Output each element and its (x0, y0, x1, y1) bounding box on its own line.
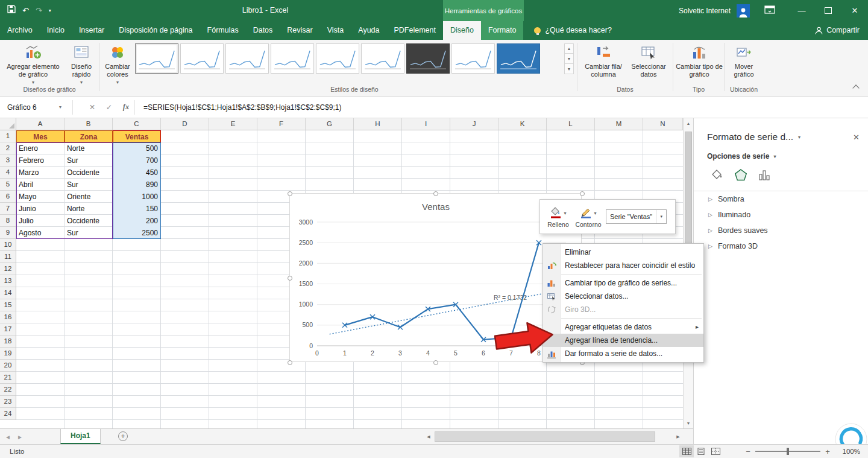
insert-function-icon[interactable]: fx (118, 103, 134, 112)
row-header-13[interactable]: 13 (0, 275, 16, 287)
pane-section-sombra[interactable]: ▷Sombra (694, 191, 868, 207)
tell-me-box[interactable]: ¿Qué desea hacer? (534, 21, 612, 40)
menu-item-cambiar-tipo-de-grafico-de-series[interactable]: Cambiar tipo de gráfico de series... (543, 276, 703, 290)
chart-element-selector[interactable]: Serie "Ventas" ▾ (606, 209, 667, 224)
avatar[interactable] (737, 4, 750, 17)
ribbon-display-options-icon[interactable] (764, 5, 775, 16)
cell-zona-5[interactable]: Sur (64, 179, 113, 191)
cell-zona-2[interactable]: Norte (64, 142, 113, 154)
chart-style-thumb-1[interactable] (135, 43, 178, 74)
menu-item-agregar-etiquetas-de-datos[interactable]: Agregar etiquetas de datos▸ (543, 320, 703, 334)
ribbon-tab-revisar[interactable]: Revisar (280, 21, 319, 40)
cell-ventas-3[interactable]: 700 (113, 154, 161, 167)
row-header-15[interactable]: 15 (0, 299, 16, 311)
account-name[interactable]: Solvetic Internet (679, 7, 731, 15)
ribbon-tab-formato[interactable]: Formato (481, 21, 524, 40)
cell-mes-8[interactable]: Julio (16, 215, 64, 227)
chevron-down-icon[interactable]: ▾ (656, 210, 666, 223)
sheet-nav-left-icon[interactable]: ◂ (6, 433, 10, 441)
column-header-d[interactable]: D (161, 118, 209, 130)
close-button[interactable]: ✕ (841, 0, 868, 21)
column-header-g[interactable]: G (306, 118, 354, 130)
column-header-j[interactable]: J (450, 118, 498, 130)
chart-style-thumb-8[interactable] (451, 43, 495, 74)
ribbon-tab-disposicion-de-pagina[interactable]: Disposición de página (112, 21, 200, 40)
fill-line-tab-icon[interactable] (711, 168, 724, 183)
effects-tab-icon[interactable] (734, 168, 747, 183)
row-header-4[interactable]: 4 (0, 167, 16, 179)
switch-row-column-button[interactable]: Cambiar fila/ columna (580, 42, 626, 78)
row-header-24[interactable]: 24 (0, 408, 16, 420)
table-header-mes[interactable]: Mes (16, 130, 64, 142)
zoom-level[interactable]: 100% (832, 445, 868, 458)
cancel-icon[interactable]: ✕ (84, 103, 101, 112)
table-header-ventas[interactable]: Ventas (113, 130, 161, 142)
scroll-down-icon[interactable]: ▼ (684, 418, 693, 428)
menu-item-dar-formato-a-serie-de-datos[interactable]: Dar formato a serie de datos... (543, 347, 703, 360)
minimize-button[interactable]: — (788, 0, 815, 21)
table-header-zona[interactable]: Zona (64, 130, 113, 142)
ribbon-tab-datos[interactable]: Datos (246, 21, 280, 40)
cell-mes-5[interactable]: Abril (16, 179, 64, 191)
enter-icon[interactable]: ✓ (101, 103, 118, 112)
save-icon[interactable] (7, 0, 16, 21)
chart-style-thumb-4[interactable] (271, 43, 314, 74)
cell-ventas-8[interactable]: 200 (113, 215, 161, 227)
row-header-7[interactable]: 7 (0, 203, 16, 215)
column-header-e[interactable]: E (209, 118, 257, 130)
formula-input[interactable]: =SERIES(Hoja1!$C$1;Hoja1!$A$2:$B$9;Hoja1… (143, 103, 342, 112)
cell-zona-3[interactable]: Sur (64, 154, 113, 167)
undo-icon[interactable]: ↶ (22, 0, 29, 21)
cell-zona-4[interactable]: Occidente (64, 167, 113, 179)
pane-section-iluminado[interactable]: ▷Iluminado (694, 207, 868, 223)
fill-button[interactable]: ▾ Relleno (543, 205, 573, 228)
menu-item-seleccionar-datos[interactable]: Seleccionar datos... (543, 290, 703, 303)
column-header-i[interactable]: I (402, 118, 450, 130)
cell-ventas-9[interactable]: 2500 (113, 227, 161, 239)
chart-style-thumb-3[interactable] (225, 43, 269, 74)
name-box-dropdown-icon[interactable]: ▾ (59, 104, 72, 110)
pane-close-icon[interactable]: ✕ (853, 133, 860, 142)
quick-layout-button[interactable]: Diseño rápido ▾ (65, 42, 98, 86)
column-header-a[interactable]: A (16, 118, 64, 130)
row-header-21[interactable]: 21 (0, 372, 16, 384)
change-chart-type-button[interactable]: Cambiar tipo de gráfico (676, 42, 723, 78)
add-chart-element-button[interactable]: Agregar elemento de gráfico ▾ (2, 42, 64, 86)
cell-zona-6[interactable]: Oriente (64, 191, 113, 203)
cell-mes-2[interactable]: Enero (16, 142, 64, 154)
column-header-l[interactable]: L (547, 118, 595, 130)
cell-ventas-4[interactable]: 450 (113, 167, 161, 179)
cell-ventas-5[interactable]: 890 (113, 179, 161, 191)
row-header-11[interactable]: 11 (0, 251, 16, 263)
row-header-20[interactable]: 20 (0, 360, 16, 372)
gallery-down-icon[interactable]: ▼ (564, 54, 574, 64)
row-header-8[interactable]: 8 (0, 215, 16, 227)
row-header-3[interactable]: 3 (0, 154, 16, 167)
share-button[interactable]: Compartir (815, 21, 860, 40)
pane-title-dropdown-icon[interactable]: ▾ (798, 135, 800, 140)
chart-style-thumb-7[interactable] (406, 43, 450, 74)
horizontal-scrollbar[interactable]: ◀ ▶ (424, 431, 683, 442)
maximize-button[interactable] (815, 0, 841, 21)
zoom-in-icon[interactable]: + (823, 447, 832, 456)
ribbon-tab-inicio[interactable]: Inicio (40, 21, 72, 40)
redo-icon[interactable]: ↷ (36, 0, 42, 21)
row-header-22[interactable]: 22 (0, 384, 16, 396)
sheet-nav-right-icon[interactable]: ▸ (18, 433, 22, 441)
scroll-left-icon[interactable]: ◀ (424, 431, 433, 442)
series-options-dropdown-icon[interactable]: ▾ (773, 154, 776, 159)
page-layout-view-icon[interactable] (694, 445, 708, 457)
horizontal-scroll-thumb[interactable] (435, 431, 655, 442)
zoom-slider[interactable] (755, 451, 820, 452)
cell-zona-8[interactable]: Occidente (64, 215, 113, 227)
collapse-ribbon-icon[interactable] (854, 86, 859, 91)
column-header-f[interactable]: F (257, 118, 306, 130)
cell-mes-7[interactable]: Junio (16, 203, 64, 215)
gallery-up-icon[interactable]: ▲ (564, 43, 574, 54)
row-header-23[interactable]: 23 (0, 396, 16, 408)
ribbon-tab-archivo[interactable]: Archivo (0, 21, 40, 40)
chart-style-thumb-9[interactable] (497, 43, 540, 74)
chart-style-thumb-5[interactable] (316, 43, 359, 74)
normal-view-icon[interactable] (679, 445, 694, 457)
move-chart-button[interactable]: Mover gráfico (726, 42, 761, 78)
